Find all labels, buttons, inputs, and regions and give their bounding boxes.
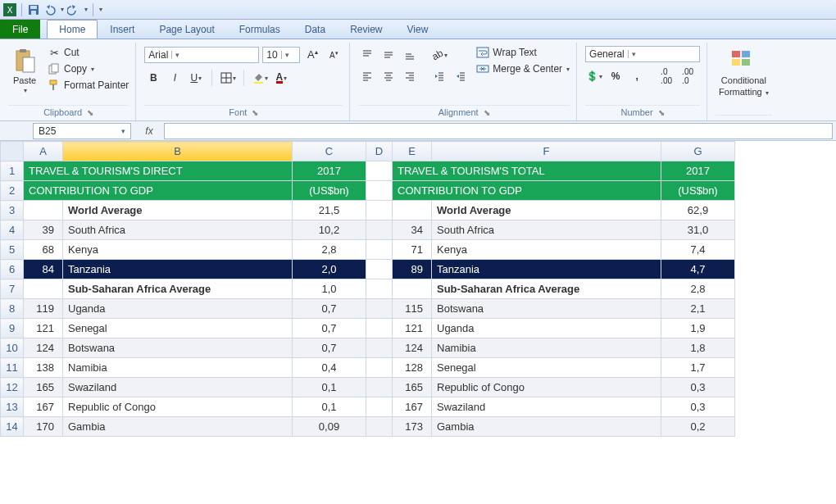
format-painter-button[interactable]: Format Painter xyxy=(48,79,129,92)
cell[interactable]: Tanzania xyxy=(432,260,661,279)
cell[interactable] xyxy=(366,378,393,397)
tab-insert[interactable]: Insert xyxy=(98,20,147,39)
cell[interactable]: 173 xyxy=(393,417,432,437)
col-header-F[interactable]: F xyxy=(432,142,661,161)
cell[interactable]: 165 xyxy=(393,378,432,397)
cell[interactable]: 170 xyxy=(24,417,63,437)
comma-button[interactable]: , xyxy=(628,67,646,85)
cell[interactable]: 121 xyxy=(24,319,63,338)
cell[interactable]: 0,1 xyxy=(293,397,366,417)
cell[interactable]: TRAVEL & TOURISM'S DIRECT xyxy=(24,161,293,181)
clipboard-launcher-icon[interactable]: ⬊ xyxy=(87,108,93,117)
cell[interactable] xyxy=(366,279,393,299)
cell[interactable]: CONTRIBUTION TO GDP xyxy=(393,181,661,201)
redo-dropdown-icon[interactable]: ▾ xyxy=(84,6,88,13)
cell[interactable] xyxy=(366,181,393,201)
bold-button[interactable]: B xyxy=(144,69,162,87)
cell[interactable]: 167 xyxy=(24,397,63,417)
cell[interactable]: Uganda xyxy=(432,319,661,338)
number-launcher-icon[interactable]: ⬊ xyxy=(658,108,665,117)
cell[interactable] xyxy=(366,260,393,279)
cell[interactable]: 2,0 xyxy=(293,260,366,279)
cell[interactable]: 7,4 xyxy=(661,240,735,260)
cell[interactable]: Sub-Saharan Africa Average xyxy=(63,279,293,299)
orientation-button[interactable]: ab▾ xyxy=(430,46,448,64)
cell[interactable]: 2,1 xyxy=(661,299,735,319)
cell[interactable]: 165 xyxy=(24,378,63,397)
cell[interactable] xyxy=(366,417,393,437)
row-header[interactable]: 12 xyxy=(1,378,24,397)
align-middle-button[interactable] xyxy=(379,46,398,64)
alignment-launcher-icon[interactable]: ⬊ xyxy=(484,108,490,117)
row-header[interactable]: 2 xyxy=(1,181,24,201)
cell[interactable]: 119 xyxy=(24,299,63,319)
col-header-C[interactable]: C xyxy=(293,142,366,161)
grow-font-button[interactable]: A▴ xyxy=(303,46,321,64)
formula-input[interactable] xyxy=(164,123,833,139)
tab-home[interactable]: Home xyxy=(47,20,98,39)
row-header[interactable]: 8 xyxy=(1,299,24,319)
cell[interactable]: Uganda xyxy=(63,299,293,319)
cell[interactable]: South Africa xyxy=(63,220,293,240)
font-size-combo[interactable]: 10▾ xyxy=(262,47,300,63)
copy-dropdown-icon[interactable]: ▾ xyxy=(91,66,94,73)
cell[interactable]: World Average xyxy=(63,201,293,220)
row-header[interactable]: 10 xyxy=(1,338,24,358)
increase-decimal-button[interactable]: .0.00 xyxy=(657,67,675,85)
cell[interactable]: 124 xyxy=(393,338,432,358)
cell[interactable] xyxy=(393,279,432,299)
cell[interactable] xyxy=(393,201,432,220)
cell[interactable] xyxy=(366,319,393,338)
cell[interactable]: 2,8 xyxy=(661,279,735,299)
cell[interactable]: 39 xyxy=(24,220,63,240)
col-header-A[interactable]: A xyxy=(24,142,63,161)
col-header-E[interactable]: E xyxy=(393,142,432,161)
cell[interactable]: 34 xyxy=(393,220,432,240)
cell[interactable]: 115 xyxy=(393,299,432,319)
cell[interactable]: Namibia xyxy=(432,338,661,358)
cell[interactable]: (US$bn) xyxy=(293,181,366,201)
cell[interactable]: Tanzania xyxy=(63,260,293,279)
cell[interactable]: Gambia xyxy=(432,417,661,437)
cell[interactable]: 4,7 xyxy=(661,260,735,279)
save-icon[interactable] xyxy=(27,3,40,16)
cell[interactable]: 0,3 xyxy=(661,397,735,417)
select-all-corner[interactable] xyxy=(1,142,24,161)
cell[interactable]: 89 xyxy=(393,260,432,279)
shrink-font-button[interactable]: A▾ xyxy=(325,46,343,64)
cell[interactable]: 71 xyxy=(393,240,432,260)
font-name-combo[interactable]: Arial▾ xyxy=(144,47,259,63)
row-header[interactable]: 7 xyxy=(1,279,24,299)
cell[interactable]: Senegal xyxy=(432,358,661,378)
cut-button[interactable]: ✂ Cut xyxy=(48,46,129,59)
cell[interactable] xyxy=(24,279,63,299)
tab-page-layout[interactable]: Page Layout xyxy=(147,20,226,39)
cell[interactable]: Republic of Congo xyxy=(432,378,661,397)
cell[interactable]: 1,8 xyxy=(661,338,735,358)
cell[interactable]: Botswana xyxy=(432,299,661,319)
cell[interactable] xyxy=(366,358,393,378)
row-header[interactable]: 9 xyxy=(1,319,24,338)
align-top-button[interactable] xyxy=(358,46,376,64)
cell[interactable]: South Africa xyxy=(432,220,661,240)
fill-color-button[interactable]: ▾ xyxy=(251,69,269,87)
decrease-indent-button[interactable] xyxy=(430,67,448,85)
cell[interactable] xyxy=(366,397,393,417)
worksheet-grid[interactable]: A B C D E F G 1 TRAVEL & TOURISM'S DIREC… xyxy=(0,141,836,437)
col-header-D[interactable]: D xyxy=(366,142,393,161)
cell[interactable] xyxy=(366,338,393,358)
cell[interactable]: 10,2 xyxy=(293,220,366,240)
cell[interactable]: 0,09 xyxy=(293,417,366,437)
cell[interactable] xyxy=(366,220,393,240)
number-format-combo[interactable]: General▾ xyxy=(585,46,700,62)
tab-formulas[interactable]: Formulas xyxy=(227,20,293,39)
undo-icon[interactable] xyxy=(43,3,57,16)
cell[interactable]: 128 xyxy=(393,358,432,378)
cell[interactable]: 1,9 xyxy=(661,319,735,338)
cell[interactable]: Sub-Saharan Africa Average xyxy=(432,279,661,299)
cell[interactable] xyxy=(24,201,63,220)
cell[interactable]: Senegal xyxy=(63,319,293,338)
wrap-text-button[interactable]: Wrap Text xyxy=(476,46,570,59)
row-header[interactable]: 1 xyxy=(1,161,24,181)
tab-data[interactable]: Data xyxy=(293,20,338,39)
